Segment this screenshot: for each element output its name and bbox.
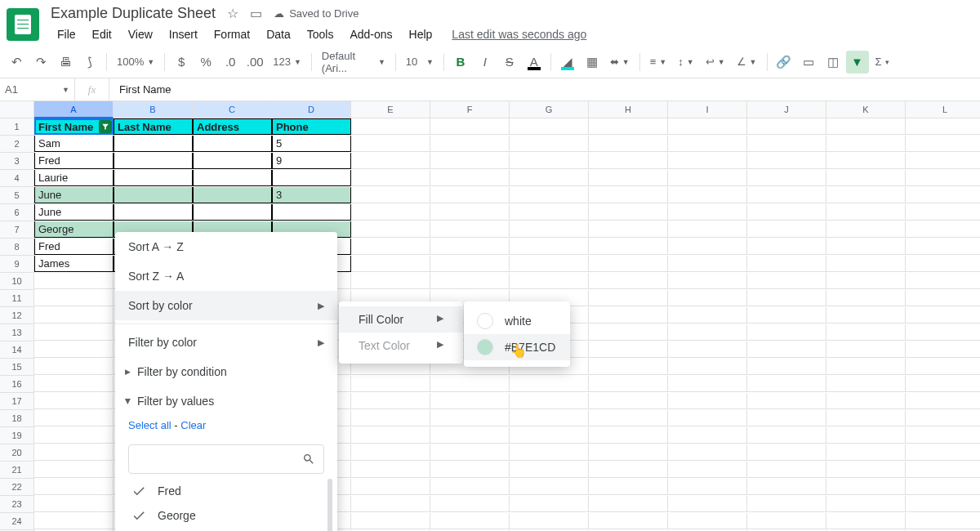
app-logo[interactable]: [7, 8, 39, 41]
merge-cells-icon[interactable]: ⬌▼: [605, 51, 635, 74]
cell[interactable]: [826, 256, 906, 272]
cell[interactable]: [34, 341, 114, 358]
cell[interactable]: [668, 221, 747, 238]
row-header[interactable]: 15: [0, 359, 34, 376]
cell[interactable]: [668, 153, 747, 169]
cell[interactable]: [272, 170, 351, 186]
cell[interactable]: [589, 376, 668, 392]
font-size-select[interactable]: 10▼: [401, 51, 439, 74]
cell[interactable]: [589, 256, 668, 272]
cell[interactable]: [430, 221, 510, 238]
row-header[interactable]: 6: [0, 204, 34, 221]
cell[interactable]: [114, 187, 193, 203]
cell[interactable]: [430, 444, 510, 461]
cell[interactable]: [34, 427, 114, 444]
cell[interactable]: [34, 496, 114, 512]
cell[interactable]: [906, 153, 980, 169]
cell[interactable]: [430, 136, 510, 152]
cell[interactable]: [906, 324, 980, 341]
menu-tools[interactable]: Tools: [301, 25, 341, 44]
strikethrough-icon[interactable]: S: [498, 51, 521, 74]
cell[interactable]: [510, 427, 589, 444]
filter-value-item[interactable]: James: [128, 528, 334, 531]
cell[interactable]: [430, 462, 510, 478]
cell[interactable]: [34, 290, 114, 306]
cell[interactable]: [826, 427, 906, 444]
h-align-icon[interactable]: ≡▼: [645, 51, 672, 74]
cell[interactable]: [272, 204, 351, 221]
cell[interactable]: [34, 462, 114, 478]
cell[interactable]: [34, 359, 114, 375]
color-white[interactable]: white: [464, 308, 570, 334]
menu-addons[interactable]: Add-ons: [343, 25, 399, 44]
cell[interactable]: [747, 170, 826, 186]
sort-by-color[interactable]: Sort by color▶: [115, 291, 337, 320]
decrease-decimal-icon[interactable]: .0: [219, 51, 242, 74]
cell[interactable]: [114, 153, 193, 169]
cell[interactable]: Phone: [272, 118, 351, 135]
cell[interactable]: [34, 513, 114, 529]
cell[interactable]: [668, 187, 747, 203]
cell[interactable]: [906, 136, 980, 152]
cell[interactable]: [668, 410, 747, 426]
undo-icon[interactable]: ↶: [5, 51, 28, 74]
column-filter-icon[interactable]: [99, 120, 112, 133]
cell[interactable]: [193, 136, 272, 152]
cell[interactable]: [430, 427, 510, 444]
cell[interactable]: [589, 444, 668, 461]
cell[interactable]: [589, 341, 668, 358]
filter-search-input[interactable]: [128, 444, 324, 474]
cell[interactable]: [589, 187, 668, 203]
menu-view[interactable]: View: [122, 25, 159, 44]
filter-value-list[interactable]: FredGeorgeJamesJune: [128, 479, 334, 531]
cell[interactable]: [510, 462, 589, 478]
col-header-j[interactable]: J: [747, 101, 826, 118]
scrollbar[interactable]: [327, 479, 332, 531]
text-color-icon[interactable]: A: [523, 51, 546, 74]
row-header[interactable]: 9: [0, 256, 34, 273]
clear-link[interactable]: Clear: [180, 419, 206, 431]
redo-icon[interactable]: ↷: [29, 51, 52, 74]
cell[interactable]: [747, 462, 826, 478]
cell[interactable]: [430, 513, 510, 529]
row-header[interactable]: 24: [0, 513, 34, 530]
cell[interactable]: [826, 496, 906, 512]
cell[interactable]: [906, 444, 980, 461]
cell[interactable]: Address: [193, 118, 272, 135]
functions-icon[interactable]: Σ▾: [871, 51, 894, 74]
cell[interactable]: [906, 393, 980, 409]
menu-help[interactable]: Help: [403, 25, 439, 44]
cell[interactable]: June: [34, 204, 114, 221]
row-header[interactable]: 7: [0, 221, 34, 239]
filter-by-values[interactable]: ▶Filter by values: [115, 386, 337, 416]
row-header[interactable]: 8: [0, 239, 34, 256]
cell[interactable]: [510, 221, 589, 238]
cell[interactable]: [826, 462, 906, 478]
col-header-h[interactable]: H: [589, 101, 668, 118]
fill-color-option[interactable]: Fill Color▶: [339, 306, 463, 332]
cell[interactable]: Fred: [34, 239, 114, 255]
cell[interactable]: [668, 393, 747, 409]
cell[interactable]: [668, 307, 747, 324]
cell[interactable]: [34, 479, 114, 495]
cell[interactable]: [826, 341, 906, 358]
cell[interactable]: [351, 136, 430, 152]
doc-title[interactable]: Example Duplicate Sheet: [51, 5, 216, 22]
col-header-g[interactable]: G: [510, 101, 589, 118]
cell[interactable]: [826, 273, 906, 289]
cell[interactable]: [430, 170, 510, 186]
cell[interactable]: [747, 341, 826, 358]
v-align-icon[interactable]: ↕▼: [673, 51, 698, 74]
zoom-select[interactable]: 100%▼: [112, 51, 159, 74]
cell[interactable]: [430, 187, 510, 203]
cell[interactable]: [906, 341, 980, 358]
cell[interactable]: [906, 479, 980, 495]
cell[interactable]: [906, 376, 980, 392]
row-header[interactable]: 11: [0, 290, 34, 307]
cell[interactable]: [351, 462, 430, 478]
cell[interactable]: [826, 307, 906, 324]
cell[interactable]: [668, 256, 747, 272]
cell[interactable]: [826, 324, 906, 341]
cell[interactable]: [430, 153, 510, 169]
cell[interactable]: [668, 462, 747, 478]
